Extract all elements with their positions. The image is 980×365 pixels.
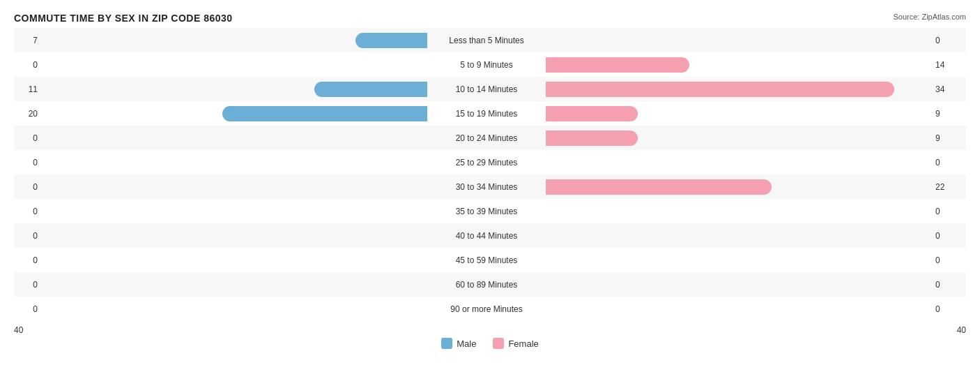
male-value: 7 [14, 36, 42, 45]
female-value: 0 [931, 36, 966, 45]
male-bar-container [42, 223, 427, 248]
row-label: 90 or more Minutes [427, 304, 546, 314]
male-value: 0 [14, 133, 42, 143]
row-label: 35 to 39 Minutes [427, 207, 546, 216]
female-bar-container [546, 248, 931, 272]
axis-left: 40 [14, 325, 23, 335]
female-bar-container [546, 174, 931, 199]
male-value: 0 [14, 280, 42, 290]
axis-labels: 40 40 [14, 325, 966, 335]
male-value: 20 [14, 109, 42, 119]
row-label: Less than 5 Minutes [427, 36, 546, 45]
male-value: 0 [14, 255, 42, 265]
female-value: 34 [931, 84, 966, 94]
female-bar [546, 179, 772, 195]
male-value: 11 [14, 84, 42, 94]
male-bar-container [42, 248, 427, 272]
female-bar [546, 57, 689, 73]
female-bar-container [546, 272, 931, 297]
female-bar-container [546, 77, 931, 101]
male-bar-container [42, 101, 427, 126]
female-bar-container [546, 199, 931, 223]
male-value: 0 [14, 60, 42, 70]
male-bar-container [42, 77, 427, 101]
male-value: 0 [14, 207, 42, 216]
male-value: 0 [14, 182, 42, 192]
male-bar-container [42, 52, 427, 77]
legend-male-box [441, 338, 452, 349]
legend-male: Male [441, 338, 476, 349]
female-bar-container [546, 101, 931, 126]
table-row: 090 or more Minutes0 [14, 297, 966, 321]
row-label: 40 to 44 Minutes [427, 231, 546, 241]
row-label: 60 to 89 Minutes [427, 280, 546, 290]
female-value: 0 [931, 280, 966, 290]
legend-female-label: Female [508, 338, 538, 349]
female-bar [546, 131, 638, 146]
female-value: 0 [931, 158, 966, 167]
table-row: 020 to 24 Minutes9 [14, 126, 966, 150]
female-bar-container [546, 126, 931, 150]
female-value: 0 [931, 231, 966, 241]
female-value: 0 [931, 304, 966, 314]
table-row: 05 to 9 Minutes14 [14, 52, 966, 77]
male-bar-container [42, 297, 427, 321]
female-value: 0 [931, 207, 966, 216]
male-bar-container [42, 126, 427, 150]
female-value: 9 [931, 109, 966, 119]
source-label: Source: ZipAtlas.com [893, 13, 966, 21]
female-bar-container [546, 28, 931, 52]
table-row: 025 to 29 Minutes0 [14, 150, 966, 174]
row-label: 5 to 9 Minutes [427, 60, 546, 70]
table-row: 2015 to 19 Minutes9 [14, 101, 966, 126]
male-bar [222, 106, 427, 121]
row-label: 10 to 14 Minutes [427, 84, 546, 94]
legend-male-label: Male [457, 338, 476, 349]
female-bar-container [546, 297, 931, 321]
male-bar-container [42, 174, 427, 199]
legend: Male Female [14, 338, 966, 349]
female-value: 9 [931, 133, 966, 143]
female-bar-container [546, 52, 931, 77]
female-bar-container [546, 150, 931, 174]
table-row: 040 to 44 Minutes0 [14, 223, 966, 248]
female-value: 0 [931, 255, 966, 265]
male-bar-container [42, 28, 427, 52]
male-value: 0 [14, 304, 42, 314]
table-row: 045 to 59 Minutes0 [14, 248, 966, 272]
male-value: 0 [14, 158, 42, 167]
female-value: 22 [931, 182, 966, 192]
row-label: 45 to 59 Minutes [427, 255, 546, 265]
table-row: 060 to 89 Minutes0 [14, 272, 966, 297]
male-bar-container [42, 199, 427, 223]
row-label: 25 to 29 Minutes [427, 158, 546, 167]
chart-container: COMMUTE TIME BY SEX IN ZIP CODE 86030 So… [0, 0, 980, 365]
female-value: 14 [931, 60, 966, 70]
female-bar [546, 106, 638, 121]
row-label: 30 to 34 Minutes [427, 182, 546, 192]
male-bar-container [42, 272, 427, 297]
legend-female-box [493, 338, 504, 349]
legend-female: Female [493, 338, 538, 349]
table-row: 7Less than 5 Minutes0 [14, 28, 966, 52]
female-bar-container [546, 223, 931, 248]
female-bar [546, 82, 894, 97]
male-bar [355, 33, 427, 48]
table-row: 1110 to 14 Minutes34 [14, 77, 966, 101]
male-bar-container [42, 150, 427, 174]
axis-right: 40 [957, 325, 966, 335]
male-bar [314, 82, 427, 97]
chart-title: COMMUTE TIME BY SEX IN ZIP CODE 86030 [14, 13, 966, 24]
row-label: 15 to 19 Minutes [427, 109, 546, 119]
table-row: 030 to 34 Minutes22 [14, 174, 966, 199]
table-row: 035 to 39 Minutes0 [14, 199, 966, 223]
row-label: 20 to 24 Minutes [427, 133, 546, 143]
male-value: 0 [14, 231, 42, 241]
chart-rows: 7Less than 5 Minutes005 to 9 Minutes1411… [14, 28, 966, 321]
